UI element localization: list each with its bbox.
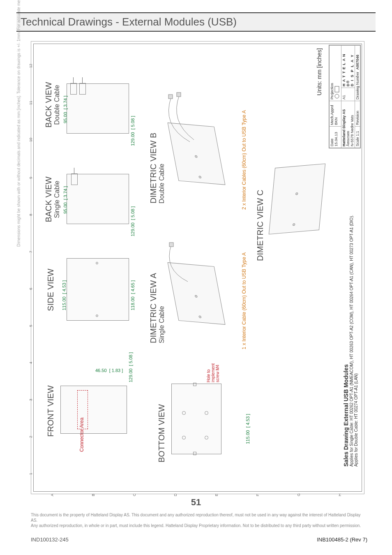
back-d-h-in: [ 5.08 ] (130, 116, 135, 130)
legal-line1: This document is the property of Hattela… (31, 512, 367, 523)
back-s-h-in: [ 5.08 ] (130, 206, 135, 220)
back-s-box (67, 174, 129, 224)
svg-rect-4 (335, 86, 339, 92)
back-double-view: BACK VIEW Double Cable 95.00 [ 3.74 ] 12… (44, 64, 61, 146)
row-tick: B (91, 494, 95, 496)
units-label: Units: mm [inches] (316, 48, 323, 95)
svg-point-3 (335, 94, 339, 98)
sales-title: Sales Drawing External USB Modules (343, 215, 349, 467)
col-tick: 8 (29, 214, 33, 216)
back-s-h-mm: 129.00 (130, 222, 135, 236)
footer-right: INB100485-2 (Rev 7) (317, 536, 367, 543)
tb-date: 15.04.13 (334, 132, 338, 146)
page-title: Technical Drawings - External Modules (U… (21, 16, 237, 28)
back-d-box (67, 83, 129, 134)
col-tick: 2 (29, 436, 33, 438)
bottom-view: BOTTOM VIEW Hole to implement screw M4 1… (157, 372, 166, 467)
row-tick: E (214, 494, 219, 496)
grid-border: 1 2 3 4 5 6 7 8 9 10 11 12 A B C D E F G (33, 44, 362, 492)
col-tick: 4 (29, 362, 33, 364)
back-d-w-in: [ 3.74 ] (63, 96, 68, 110)
front-h-in: [ 5.08 ] (128, 352, 133, 366)
side-w2-in: [ 4.65 ] (130, 280, 135, 294)
back-d-h-mm: 129.00 (130, 132, 135, 146)
front-view-title: FRONT VIEW (46, 364, 55, 458)
col-tick: 11 (29, 101, 33, 105)
tb-dwg-no: A007046 (355, 55, 360, 70)
col-tick: 5 (29, 325, 33, 327)
col-tick: 7 (29, 251, 33, 253)
dimetric-b: DIMETRIC VIEW B Double Cable 2 x Interio… (149, 84, 166, 204)
drawing-frame: 1 2 3 4 5 6 7 8 9 10 11 12 A B C D E F G (31, 41, 364, 494)
tb-logo2: D I S P L A Y (350, 54, 354, 86)
tb-size: A1 (342, 95, 346, 99)
tb-addr1: Åmsosen (346, 131, 350, 146)
sales-line1: Applies for Single Cable: HT 00262 OPT-A… (349, 215, 354, 467)
side-w2-mm: 118.00 (130, 296, 135, 310)
tb-scale: 1:1 (355, 131, 360, 136)
row-tick: A (50, 494, 54, 496)
back-s-w-mm: 95.00 (63, 202, 68, 214)
front-view: FRONT VIEW Connector Area 129.00 [ 5.08 … (46, 364, 55, 458)
row-tick: C (132, 494, 136, 497)
row-tick: H (338, 494, 342, 497)
back-d-title: BACK VIEW (44, 64, 53, 146)
col-tick: 1 (29, 473, 33, 475)
bottom-title: BOTTOM VIEW (157, 372, 166, 462)
side-box (67, 258, 129, 321)
dima-note: 1 x Interior Cable (60cm) Out to USB Typ… (241, 252, 247, 349)
tb-logo1: H A T T E L A N D® (342, 54, 350, 87)
front-d-in: [ 1.83 ] (109, 368, 123, 373)
col-tick: 3 (29, 399, 33, 401)
side-view: SIDE VIEW 115.00 [ 4.53 ] 118.00 [ 4.65 … (46, 249, 55, 331)
bottom-box (171, 384, 221, 454)
dimc-title: DIMETRIC VIEW C (256, 146, 265, 261)
back-s-w-in: [ 3.74 ] (63, 186, 68, 200)
col-tick: 10 (29, 138, 33, 142)
row-tick: D (173, 494, 178, 497)
side-w-mm: 115.00 (62, 296, 67, 310)
back-d-w-mm: 95.00 (63, 112, 68, 123)
col-tick: 12 (29, 64, 33, 68)
tb-mech: BKN (334, 117, 338, 125)
svg-rect-1 (168, 95, 173, 99)
tb-company: Hatteland Display AS (342, 109, 346, 146)
svg-rect-2 (177, 92, 181, 97)
col-tick: 6 (29, 288, 33, 290)
col-tick: 9 (29, 177, 33, 179)
front-box: Connector Area (60, 386, 127, 434)
row-tick: G (297, 493, 301, 496)
dima-title: DIMETRIC VIEW A (149, 232, 158, 343)
side-view-title: SIDE VIEW (46, 249, 55, 331)
side-note: Dimensions might be shown with or withou… (16, 0, 21, 247)
back-d-sub: Double Cable (53, 64, 61, 146)
legal-line2: Any authorized reproduction, in whole or… (31, 523, 367, 528)
back-single-view: BACK VIEW Single Cable 95.00 [ 3.74 ] 12… (44, 162, 61, 236)
tb-proj-lbl: Projection (330, 83, 334, 99)
page-number: 51 (0, 497, 392, 508)
sales-line2: Applies for Double Cable: HT 00274 OPT-A… (354, 215, 358, 467)
dimetric-c: DIMETRIC VIEW C (256, 146, 265, 261)
tb-dwg-lbl: Drawing Number (355, 72, 360, 99)
hole-note: Hole to implement screw M4 (206, 363, 220, 382)
side-w-in: [ 4.53 ] (62, 280, 67, 294)
tb-addr2: N-5578 Nedre Vats (350, 115, 354, 146)
dimetric-a: DIMETRIC VIEW A Single Cable 1 x Interio… (149, 232, 166, 343)
back-s-title: BACK VIEW (44, 162, 53, 236)
legal-text: This document is the property of Hattela… (31, 512, 367, 528)
svg-rect-0 (169, 243, 173, 247)
bottom-w-mm: 115.00 (245, 430, 250, 444)
tb-scale-lbl: Scale (355, 137, 360, 146)
footer-left: IND100132-245 (31, 536, 69, 543)
dimb-note: 2 x Interior Cables (60cm) Out to USB Ty… (241, 110, 247, 210)
back-s-sub: Single Cable (53, 162, 61, 236)
tb-rev-lbl: Revision (355, 111, 360, 125)
title-block: Date15.04.13 Mech.ApprdBKN Projection Ha… (329, 45, 361, 148)
row-tick: F (256, 494, 260, 497)
page-title-bar: Technical Drawings - External Modules (U… (16, 12, 376, 32)
sales-block: Sales Drawing External USB Modules Appli… (343, 215, 358, 467)
front-h-mm: 129.00 (128, 368, 133, 382)
bottom-w-in: [ 4.53 ] (245, 414, 250, 428)
front-d-mm: 46.50 (95, 368, 107, 373)
